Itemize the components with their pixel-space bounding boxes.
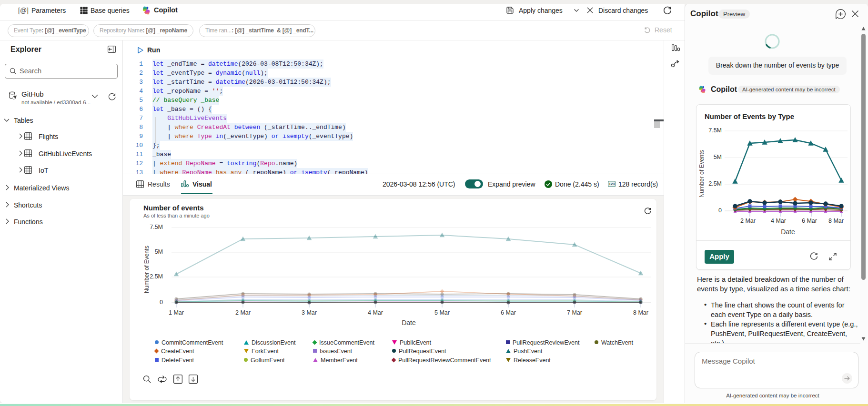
svg-text:123: 123: [609, 182, 615, 186]
